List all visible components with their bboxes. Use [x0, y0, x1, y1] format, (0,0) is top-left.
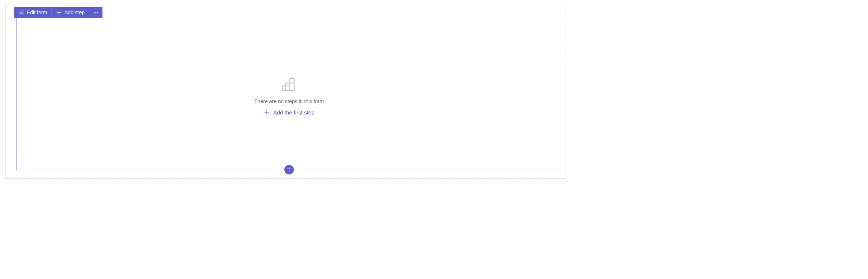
svg-point-5: [96, 12, 97, 13]
form-canvas: There are no steps in this form Add the …: [16, 18, 562, 170]
form-icon: [18, 10, 24, 15]
add-step-button[interactable]: Add step: [52, 7, 89, 18]
empty-state-message: There are no steps in this form: [254, 98, 324, 104]
edit-form-label: Edit form: [27, 10, 47, 15]
ellipsis-icon: [93, 10, 99, 15]
svg-point-4: [94, 12, 95, 13]
add-first-step-label: Add the first step: [273, 109, 315, 116]
form-toolbar: Edit form Add step: [14, 7, 102, 18]
more-options-button[interactable]: [89, 7, 102, 18]
empty-state: There are no steps in this form Add the …: [254, 76, 324, 116]
add-section-button[interactable]: [284, 165, 294, 174]
svg-rect-0: [21, 10, 23, 12]
add-first-step-link[interactable]: Add the first step: [264, 109, 315, 116]
plus-icon: [287, 166, 292, 173]
steps-empty-icon: [281, 76, 297, 94]
form-container-outer: Edit form Add step: [5, 4, 565, 179]
svg-rect-1: [19, 12, 21, 14]
svg-point-6: [97, 12, 98, 13]
add-step-label: Add step: [64, 10, 85, 15]
edit-form-button[interactable]: Edit form: [14, 7, 52, 18]
plus-icon: [264, 109, 270, 115]
plus-icon: [56, 10, 62, 15]
